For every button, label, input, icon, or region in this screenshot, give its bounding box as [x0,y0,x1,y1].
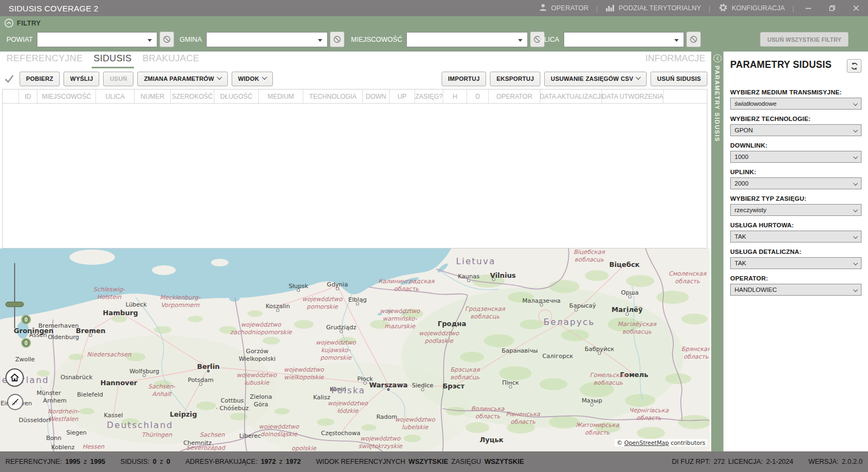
column-header-id[interactable]: ID [19,90,37,103]
column-header-zasi-g-[interactable]: ZASIĘG? [415,90,443,103]
menu-konfiguracja[interactable]: KONFIGURACJA [713,0,790,16]
zoom-slider[interactable] [14,263,15,328]
map-label: Пінск [502,379,519,387]
status-item: 1995 [65,458,80,465]
titlebar: SIDUSIS COVERAGE 2 OPERATOR | PODZIAŁ TE… [0,0,868,16]
menu-podzial-terytorialny[interactable]: PODZIAŁ TERYTORIALNY [600,0,706,16]
typ-zasiegu-select[interactable]: rzeczywisty [730,204,861,216]
column-header-miejscowo-[interactable]: MIEJSCOWOŚĆ [37,90,96,103]
tab-brakujace[interactable]: BRAKUJACE [141,52,202,67]
map-label: Płock [358,375,373,383]
ban-icon [163,35,171,43]
clear-all-filters-button[interactable]: USUŃ WSZYSTKIE FILTRY [760,32,848,47]
status-item: ADRESY-BRAKUJĄCE: [186,458,258,465]
panel-title: PARAMETRY SIDUSIS [730,59,832,71]
map-label: Koszalin [266,303,290,310]
tab-referencyjne[interactable]: REFERENCYJNE [4,52,85,67]
filters-header[interactable]: FILTRY [4,18,41,28]
status-item: LICENCJA: [728,458,763,465]
map-label: Брянская область [681,346,710,361]
technologia-select[interactable]: GPON [730,124,861,136]
gmina-combobox[interactable] [206,32,328,47]
chevron-down-icon [853,208,858,212]
medium-select[interactable]: światłowodowe [730,98,861,110]
map-label: Potsdam [188,377,213,384]
map-label: Kaunas [458,273,480,280]
zmiana-parametrow-dropdown[interactable]: ZMIANA PARAMETRÓW [137,72,227,86]
status-item: 272 [713,458,725,465]
measure-button[interactable] [7,394,23,410]
field-typ-zasiegu: WYBIERZ TYP ZASIĘGU: rzeczywisty [730,195,861,216]
column-header-d[interactable]: D [467,90,489,103]
chevron-down-icon [853,181,858,186]
close-button[interactable] [844,0,868,16]
wyslij-button[interactable]: WYŚLIJ [63,72,99,86]
column-header-numer[interactable]: NUMER [135,90,171,103]
map-label: Arnhem [43,397,66,405]
map-label: opolskie [291,445,316,451]
downlink-select[interactable]: 1000 [730,151,861,163]
usun-button[interactable]: USUŃ [103,72,133,86]
ulica-combobox[interactable] [564,32,684,47]
column-header-up[interactable]: UP [390,90,415,103]
column-header-h[interactable]: H [443,90,467,103]
pobierz-button[interactable]: POBIERZ [20,72,60,86]
miejscowosc-combobox[interactable] [406,32,528,47]
chevron-down-icon [853,128,858,132]
map-label: Severozápad [186,444,225,451]
usun-sidusis-button[interactable]: USUŃ SIDUSIS [650,72,707,86]
eksportuj-button[interactable]: EKSPORTUJ [490,72,540,86]
column-header-data-aktualizacji[interactable]: DATA AKTUALIZACJI [540,90,602,103]
status-left: REFERENCYJNE:1995z1995SIDUSIS:0z0ADRESY-… [5,458,524,465]
cluster-badge[interactable]: 0 [21,338,31,348]
collapse-left-icon[interactable] [713,54,722,62]
column-header-operator[interactable]: OPERATOR [489,90,540,103]
menu-separator: | [790,4,796,12]
column-header-technologia[interactable]: TECHNOLOGIA [303,90,363,103]
map-labels: SłupskGdyniaKoszalinElblągGrudziądzLübec… [0,248,710,451]
status-bar: REFERENCYJNE:1995z1995SIDUSIS:0z0ADRESY-… [0,451,868,472]
map-label: Radom [376,413,398,421]
menu-operator[interactable]: OPERATOR [533,0,594,16]
importuj-button[interactable]: IMPORTUJ [442,72,486,86]
restore-button[interactable] [820,0,844,16]
operator-select[interactable]: HANDLOWIEC [730,284,861,296]
widok-dropdown[interactable]: WIDOK [232,72,273,86]
field-medium: WYBIERZ MEDIUM TRANSMISYJNE: światłowodo… [730,89,861,110]
column-header-data-utworzenia[interactable]: DATA UTWORZENIA [602,90,663,103]
powiat-clear-button[interactable] [159,31,174,47]
map[interactable]: SłupskGdyniaKoszalinElblągGrudziądzLübec… [0,248,710,451]
tab-sidusis[interactable]: SIDUSIS [92,52,134,68]
map-label: Gorzów Wielkopolski [239,348,276,363]
map-label: Thüringen [142,431,172,439]
ban-icon [690,35,698,43]
uplink-select[interactable]: 2000 [730,177,861,189]
column-header-szeroko-[interactable]: SZEROKOŚĆ [171,90,214,103]
column-header-select[interactable] [3,90,19,103]
map-label: Калининградская область [378,278,434,293]
medium-label: WYBIERZ MEDIUM TRANSMISYJNE: [730,89,861,95]
powiat-combobox[interactable] [37,32,157,47]
usluga-detaliczna-select[interactable]: TAK [730,257,861,269]
tab-informacje[interactable]: INFORMACJE [646,52,706,64]
panel-collapse-strip[interactable]: PARAMETRY SIDUSIS [711,52,723,451]
column-header-ulica[interactable]: ULICA [96,90,135,103]
map-label: Гродна [438,320,467,328]
home-button[interactable] [5,368,24,387]
openstreetmap-link[interactable]: OpenStreetMap [624,439,669,446]
column-header-down[interactable]: DOWN [363,90,390,103]
zoom-slider-handle[interactable] [5,302,24,307]
gear-icon [718,3,728,14]
cluster-badge[interactable]: 0 [21,315,31,324]
column-header-medium[interactable]: MEDIUM [259,90,303,103]
ulica-clear-button[interactable] [686,31,701,47]
map-label: Siedlce [412,382,433,390]
select-all-check-icon[interactable] [2,72,16,86]
usluga-hurtowa-select[interactable]: TAK [730,231,861,243]
column-header-d-ugo-[interactable]: DŁUGOŚĆ [214,90,259,103]
refresh-button[interactable] [847,59,861,73]
map-label: województwo zachodniopomorskie [230,321,292,336]
gmina-clear-button[interactable] [330,31,344,47]
minimize-button[interactable] [796,0,820,16]
usuwanie-zasiegow-csv-dropdown[interactable]: USUWANIE ZASIĘGÓW CSV [544,72,647,86]
